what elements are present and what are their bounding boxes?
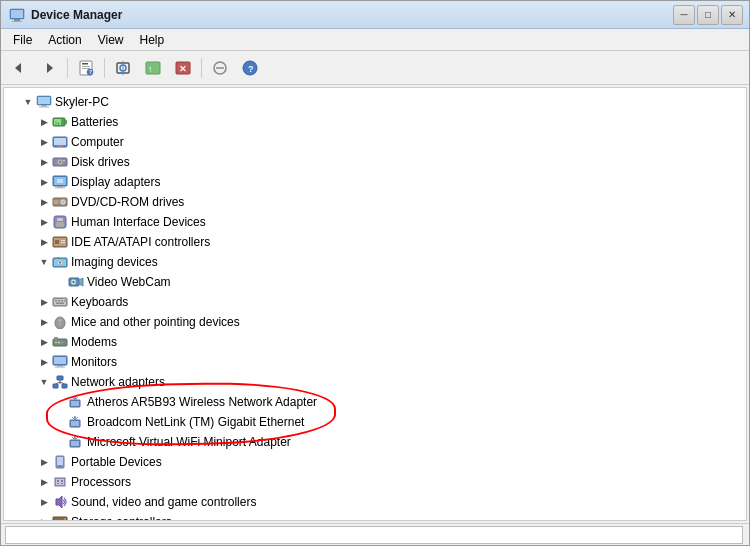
svg-rect-28	[65, 120, 67, 124]
sound-expander[interactable]: ▶	[36, 494, 52, 510]
svg-rect-7	[82, 63, 88, 65]
svg-rect-8	[82, 66, 90, 67]
svg-text:↑: ↑	[148, 64, 153, 74]
ide-expander[interactable]: ▶	[36, 234, 52, 250]
tree-panel[interactable]: ▼ Skyler-PC ▶	[3, 87, 747, 521]
disable-button[interactable]	[206, 55, 234, 81]
disk-expander[interactable]: ▶	[36, 154, 52, 170]
tree-broadcom[interactable]: ▶ Broadcom NetLink (TM) Gigabit Ethernet	[4, 412, 746, 432]
computer-expander[interactable]: ▶	[36, 134, 52, 150]
hid-expander[interactable]: ▶	[36, 214, 52, 230]
tree-imaging[interactable]: ▼ Imaging devices	[4, 252, 746, 272]
svg-rect-68	[55, 300, 57, 302]
update-driver-button[interactable]: ↑	[139, 55, 167, 81]
tree-processors[interactable]: ▶ Processors	[4, 472, 746, 492]
tree-hid[interactable]: ▶ Human Interface Devices	[4, 212, 746, 232]
mice-expander[interactable]: ▶	[36, 314, 52, 330]
storage-label: Storage controllers	[71, 513, 172, 521]
tree-disk[interactable]: ▶ Disk drives	[4, 152, 746, 172]
svg-point-119	[64, 518, 66, 520]
svg-point-48	[62, 201, 64, 203]
ide-label: IDE ATA/ATAPI controllers	[71, 233, 210, 251]
properties-button[interactable]: ?	[72, 55, 100, 81]
svg-rect-51	[56, 222, 64, 227]
svg-rect-25	[42, 105, 47, 107]
svg-rect-1	[11, 10, 23, 18]
storage-expander[interactable]: ▶	[36, 514, 52, 521]
dvd-expander[interactable]: ▶	[36, 194, 52, 210]
batteries-expander[interactable]: ▶	[36, 114, 52, 130]
back-button[interactable]	[5, 55, 33, 81]
svg-rect-54	[55, 240, 59, 244]
tree-modems[interactable]: ▶ Modems	[4, 332, 746, 352]
separator-2	[104, 58, 105, 78]
computer-node-icon	[52, 134, 68, 150]
monitors-expander[interactable]: ▶	[36, 354, 52, 370]
menu-view[interactable]: View	[90, 31, 132, 49]
svg-rect-46	[54, 200, 59, 204]
tree-monitors[interactable]: ▶ Monitors	[4, 352, 746, 372]
svg-rect-115	[61, 483, 63, 484]
webcam-icon	[68, 274, 84, 290]
network-expander[interactable]: ▼	[36, 374, 52, 390]
msvwifi-label: Microsoft Virtual WiFi Miniport Adapter	[87, 433, 291, 451]
forward-button[interactable]	[35, 55, 63, 81]
window-title: Device Manager	[31, 8, 122, 22]
status-pane	[5, 526, 743, 544]
svg-point-78	[55, 342, 57, 344]
processors-expander[interactable]: ▶	[36, 474, 52, 490]
network-icon	[52, 374, 68, 390]
close-button[interactable]: ✕	[721, 5, 743, 25]
tree-mice[interactable]: ▶ Mice and other pointing devices	[4, 312, 746, 332]
battery-icon: +	[52, 114, 68, 130]
tree-display[interactable]: ▶ Display adapters	[4, 172, 746, 192]
svg-rect-2	[14, 19, 20, 21]
modems-label: Modems	[71, 333, 117, 351]
mice-label: Mice and other pointing devices	[71, 313, 240, 331]
svg-rect-83	[54, 357, 66, 364]
keyboard-icon	[52, 294, 68, 310]
menu-file[interactable]: File	[5, 31, 40, 49]
tree-batteries[interactable]: ▶ + Batteries	[4, 112, 746, 132]
tree-root[interactable]: ▼ Skyler-PC	[4, 92, 746, 112]
svg-rect-56	[61, 242, 65, 243]
ide-icon	[52, 234, 68, 250]
uninstall-button[interactable]: ✕	[169, 55, 197, 81]
network-label: Network adapters	[71, 373, 165, 391]
tree-computer[interactable]: ▶ Computer	[4, 132, 746, 152]
minimize-button[interactable]: ─	[673, 5, 695, 25]
root-expander[interactable]: ▼	[20, 94, 36, 110]
tree-portable[interactable]: ▶ Portable Devices	[4, 452, 746, 472]
imaging-icon	[52, 254, 68, 270]
menu-action[interactable]: Action	[40, 31, 89, 49]
tree-msvwifi[interactable]: ▶ Microsoft Virtual WiFi Miniport Adapte…	[4, 432, 746, 452]
tree-network[interactable]: ▼ Network adapters	[4, 372, 746, 392]
svg-point-80	[61, 342, 63, 344]
tree-dvd[interactable]: ▶ DVD/CD-ROM drives	[4, 192, 746, 212]
help-button[interactable]: ?	[236, 55, 264, 81]
tree-keyboards[interactable]: ▶ Keyboards	[4, 292, 746, 312]
modems-expander[interactable]: ▶	[36, 334, 52, 350]
tree-ide[interactable]: ▶ IDE ATA/ATAPI controllers	[4, 232, 746, 252]
tree-webcam[interactable]: ▶ Video WebCam	[4, 272, 746, 292]
svg-rect-24	[38, 97, 50, 104]
keyboards-label: Keyboards	[71, 293, 128, 311]
keyboards-expander[interactable]: ▶	[36, 294, 52, 310]
computer-icon	[36, 94, 52, 110]
tree-atheros[interactable]: ▶ Atheros AR5B93 Wireless Network Adapte…	[4, 392, 746, 412]
msvwifi-icon	[68, 434, 84, 450]
maximize-button[interactable]: □	[697, 5, 719, 25]
svg-rect-103	[71, 441, 79, 446]
display-expander[interactable]: ▶	[36, 174, 52, 190]
scan-button[interactable]	[109, 55, 137, 81]
sound-icon	[52, 494, 68, 510]
tree-container: ▼ Skyler-PC ▶	[4, 92, 746, 521]
tree-storage[interactable]: ▶ Storage controllers	[4, 512, 746, 521]
disk-icon	[52, 154, 68, 170]
tree-sound[interactable]: ▶ Sound, video and game controllers	[4, 492, 746, 512]
imaging-expander[interactable]: ▼	[36, 254, 52, 270]
separator-1	[67, 58, 68, 78]
menu-help[interactable]: Help	[132, 31, 173, 49]
svg-point-60	[59, 261, 61, 263]
portable-expander[interactable]: ▶	[36, 454, 52, 470]
